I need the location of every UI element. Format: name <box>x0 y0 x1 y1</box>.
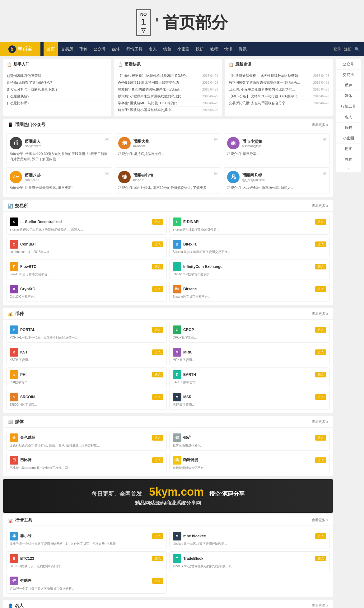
media-name: 巴比特 <box>20 457 150 463</box>
avatar: 币 <box>10 137 22 149</box>
exchanges-section: 🔄 交易所 查看更多 » S — Stellar Decentralized 进… <box>3 200 333 305</box>
nav-item-news[interactable]: 快讯 <box>221 42 236 56</box>
list-item: 交易所闻讯报: 安全与币圈联合合分享... 2018-04-28 <box>229 100 329 106</box>
currency-name: EARTH <box>183 372 313 377</box>
sidebar-item-mining[interactable]: 挖矿 <box>336 144 361 154</box>
currency-enter-button[interactable]: 进入 <box>315 394 326 400</box>
currency-enter-button[interactable]: 进入 <box>152 394 163 400</box>
nav-item-exchange[interactable]: 交易所 <box>58 42 76 56</box>
promo-site[interactable]: 5kym.com <box>149 485 204 498</box>
exchange-enter-button[interactable]: 进入 <box>152 241 163 247</box>
media-item: 铝 铝矿 进入 铅矿区块链媒体资讯... <box>169 431 330 451</box>
celebrities-more[interactable]: 查看更多 » <box>312 603 328 608</box>
exchange-logo: B <box>173 240 181 249</box>
exchange-enter-button[interactable]: 进入 <box>315 219 326 225</box>
exchange-enter-button[interactable]: 进入 <box>315 264 326 269</box>
media-logo: 猫 <box>173 456 181 465</box>
logo-icon: b <box>8 45 16 53</box>
currency-enter-button[interactable]: 进入 <box>315 327 326 333</box>
promo-banner: 每日更新、全网首发 5kym.com 橙空·源码分享 精品网站源码/商业系统分享… <box>3 479 333 513</box>
tool-enter-button[interactable]: 进入 <box>315 533 326 539</box>
exchange-name: Bitex.la <box>183 242 313 246</box>
exchanges-more[interactable]: 查看更多 » <box>312 203 328 208</box>
currency-item: M MSR 进入 MSR数字货币... <box>169 390 330 410</box>
media-enter-button[interactable]: 进入 <box>315 457 326 463</box>
sidebar-item-tutorial[interactable]: 教程 <box>336 154 361 165</box>
currency-enter-button[interactable]: 进入 <box>152 327 163 333</box>
public-accounts-more[interactable]: 查看更多 » <box>312 123 328 127</box>
nav-item-currency[interactable]: 币种 <box>76 42 91 56</box>
public-accounts-section: 📱 币圈热门公众号 查看更多 » 币 币圈道人 qianjian8em ⊞ <box>3 119 333 197</box>
nav-item-tools[interactable]: 行情工具 <box>123 42 146 56</box>
nav-item-xiaomiquan[interactable]: 小密圈 <box>174 42 193 56</box>
currency-enter-button[interactable]: 进入 <box>152 349 163 355</box>
sidebar-item-tools[interactable]: 行情工具 <box>336 101 361 112</box>
currency-logo: C <box>173 325 181 334</box>
exchange-enter-button[interactable]: 进入 <box>315 241 326 247</box>
tools-title: 行情工具 <box>15 517 32 523</box>
exchange-logo: X <box>10 285 18 293</box>
exchange-item: F FlowBTC 进入 FlowBTC是比特币交易平台... <box>6 260 167 279</box>
currency-enter-button[interactable]: 进入 <box>315 349 326 355</box>
sidebar-item-xiaomiquan[interactable]: 小密圈 <box>336 133 361 144</box>
sidebar-item-currency[interactable]: 币种 <box>336 80 361 91</box>
nav-item-info[interactable]: 资讯 <box>236 42 250 56</box>
nav-search-icon[interactable]: 🔍 <box>355 47 359 51</box>
tool-enter-button[interactable]: 进入 <box>152 533 163 539</box>
sidebar-collapse-button[interactable]: ∧ <box>336 165 361 172</box>
media-enter-button[interactable]: 进入 <box>152 435 163 441</box>
exchange-desc: e-dinar是全球数字货币的引领者... <box>173 227 326 232</box>
nav-item-home[interactable]: 首页 <box>44 42 58 56</box>
exchange-item: S — Stellar Decentralized 进入 e-dinar是200… <box>6 215 167 235</box>
expand-icon[interactable]: ⊞ <box>105 171 109 176</box>
media-logo: 铝 <box>173 433 181 442</box>
currencies-more[interactable]: 查看更多 » <box>312 311 328 316</box>
account-id: quhui2688 <box>25 178 41 182</box>
exchange-enter-button[interactable]: 进入 <box>315 286 326 292</box>
community-news-panel: 📋 币圈快讯 【币价快报更新】 比特价格: 1块26元 EOS价: 2018-0… <box>114 59 222 116</box>
expand-icon[interactable]: ⊞ <box>323 137 326 142</box>
tools-more[interactable]: 查看更多 » <box>312 518 328 522</box>
latest-news-title: 最新资讯 <box>235 62 251 67</box>
nav-login[interactable]: 登录 <box>334 47 341 52</box>
nav-item-media[interactable]: 媒体 <box>109 42 123 56</box>
list-item: 比特币(比特数字货币)是什么? <box>7 79 107 86</box>
exchange-enter-button[interactable]: 进入 <box>152 264 163 269</box>
currency-desc: SRCOIN数字货币... <box>10 403 163 407</box>
tool-enter-button[interactable]: 进入 <box>152 578 163 584</box>
media-enter-button[interactable]: 进入 <box>152 457 163 463</box>
nav-item-tutorial[interactable]: 教程 <box>207 42 221 56</box>
sidebar-item-wallet[interactable]: 钱包 <box>336 123 361 133</box>
exchange-name: FlowBTC <box>20 264 150 269</box>
currency-item: C CROP 进入 CROP数字货币... <box>169 323 330 343</box>
tool-item: 链 链助理 进入 链助理一个专注数字最大区块链货币数据分析... <box>6 574 167 594</box>
nav-register[interactable]: 注册 <box>344 47 352 52</box>
nav-item-wallet[interactable]: 钱包 <box>160 42 174 56</box>
nav-item-mining[interactable]: 挖矿 <box>193 42 207 56</box>
media-more[interactable]: 查看更多 » <box>312 419 328 424</box>
currency-logo: K <box>10 348 18 357</box>
sidebar-item-exchange[interactable]: 交易所 <box>336 70 361 80</box>
currency-item: K KST 进入 KST数字货币... <box>6 345 167 365</box>
tool-enter-button[interactable]: 进入 <box>152 556 163 561</box>
exchange-enter-button[interactable]: 进入 <box>152 286 163 292</box>
tool-enter-button[interactable]: 进入 <box>315 556 326 561</box>
exchange-enter-button[interactable]: 进入 <box>152 219 163 225</box>
expand-icon[interactable]: ⊞ <box>214 137 218 142</box>
nav-item-public[interactable]: 公众号 <box>91 42 109 56</box>
sidebar-item-media[interactable]: 媒体 <box>336 91 361 101</box>
sidebar-item-public[interactable]: 公众号 <box>336 59 361 70</box>
tools-header: 📊 行情工具 查看更多 » <box>3 514 333 526</box>
nav-logo[interactable]: b 寻币宝 <box>0 42 40 56</box>
currency-enter-button[interactable]: 进入 <box>152 372 163 377</box>
expand-icon[interactable]: ⊞ <box>105 137 109 142</box>
currency-enter-button[interactable]: 进入 <box>315 372 326 377</box>
expand-icon[interactable]: ⊞ <box>214 171 218 176</box>
sidebar-item-celebrity[interactable]: 名人 <box>336 112 361 123</box>
media-enter-button[interactable]: 进入 <box>315 435 326 441</box>
media-icon: 📰 <box>8 419 13 424</box>
media-desc: 金色财经面向数字货币行业, 提供、资讯, 信息量最大区块链解读... <box>10 443 163 448</box>
nav-item-celebrity[interactable]: 名人 <box>146 42 160 56</box>
expand-icon[interactable]: ⊞ <box>323 171 326 176</box>
list-item: 【区块链硬深分析】 比各性持续升华区块链领 2018-04-28 <box>229 72 329 79</box>
